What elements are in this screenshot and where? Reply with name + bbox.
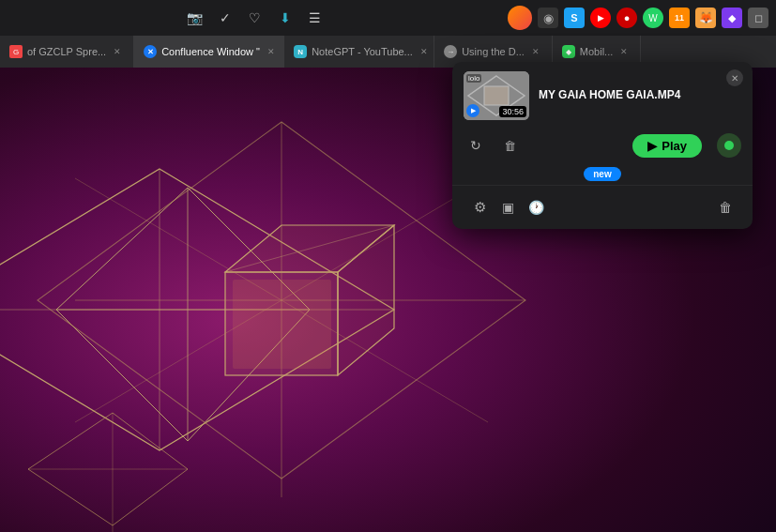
tab-confluence[interactable]: ✕ Confluence Window " ✕ [134, 36, 284, 68]
popup-title-area: MY GAIA HOME GAIA.MP4 [539, 88, 741, 103]
tab-notegpt[interactable]: N NoteGPT - YouTube... ✕ [284, 36, 434, 68]
heart-icon[interactable]: ♡ [247, 9, 264, 26]
popup-controls-row: ↻ 🗑 ▶ Play [452, 128, 753, 165]
thumbnail-label: lolo [466, 74, 481, 83]
tab-favicon-using: → [444, 45, 457, 58]
topbar: 📷 ✓ ♡ ⬇ ☰ ◉ S ▶ ● W 11 🦊 ◆ ◻ [0, 0, 776, 36]
settings-icon[interactable]: ⚙ [465, 193, 494, 221]
tab-label-gzclp: of GZCLP Spre... [27, 46, 106, 57]
tab-favicon-mobil: ◆ [562, 45, 575, 58]
tab-label-confluence: Confluence Window " [161, 46, 260, 57]
app-icon-purple[interactable]: ◆ [722, 8, 742, 28]
app-icon-whatsapp[interactable]: W [643, 8, 663, 28]
play-icon: ▶ [647, 139, 657, 153]
clock-icon[interactable]: 🕐 [522, 193, 550, 221]
new-badge: new [584, 167, 620, 181]
tab-label-using: Using the D... [462, 46, 525, 57]
app-icon-red[interactable]: ● [616, 8, 637, 28]
tab-label-notegpt: NoteGPT - YouTube... [312, 46, 413, 57]
green-status-button[interactable] [717, 133, 741, 158]
tab-close-using[interactable]: ✕ [529, 45, 542, 58]
tab-favicon-notegpt: N [294, 45, 307, 58]
popup-thumbnail: lolo ▶ 30:56 [464, 71, 529, 120]
app-icon-eleven[interactable]: 11 [669, 8, 690, 28]
tab-favicon-gzclp: G [9, 45, 23, 58]
topbar-right-icons: ◉ S ▶ ● W 11 🦊 ◆ ◻ [508, 6, 768, 30]
trash-icon[interactable]: 🗑 [711, 193, 739, 221]
tab-favicon-confluence: ✕ [144, 45, 157, 58]
tab-label-mobil: Mobil... [580, 46, 613, 57]
download-icon[interactable]: ⬇ [277, 9, 294, 26]
popup-bottom-toolbar: ⚙ ▣ 🕐 🗑 [452, 185, 753, 229]
app-icon-s[interactable]: S [564, 8, 585, 28]
tab-close-confluence[interactable]: ✕ [265, 45, 278, 58]
delete-icon[interactable]: 🗑 [497, 133, 522, 158]
tab-close-notegpt[interactable]: ✕ [418, 45, 431, 58]
thumbnail-image: lolo ▶ 30:56 [464, 71, 529, 120]
hamburger-icon[interactable]: ☰ [307, 9, 324, 26]
new-badge-area: new [452, 165, 753, 185]
popup-header: lolo ▶ 30:56 MY GAIA HOME GAIA.MP4 ✕ [452, 62, 753, 128]
app-icon-youtube[interactable]: ▶ [590, 8, 611, 28]
checkmark-icon[interactable]: ✓ [217, 9, 234, 26]
media-popup-card: lolo ▶ 30:56 MY GAIA HOME GAIA.MP4 ✕ ↻ 🗑… [452, 62, 753, 229]
app-icon-box[interactable]: ◻ [748, 8, 768, 28]
tab-gzclp[interactable]: G of GZCLP Spre... ✕ [0, 36, 134, 68]
svg-rect-22 [484, 86, 509, 105]
app-icon-fox[interactable]: 🦊 [695, 8, 716, 28]
svg-rect-19 [233, 280, 331, 369]
topbar-center-icons: 📷 ✓ ♡ ⬇ ☰ [8, 9, 502, 26]
tab-close-mobil[interactable]: ✕ [617, 45, 631, 58]
app-icon-circle[interactable]: ◉ [538, 8, 558, 28]
refresh-icon[interactable]: ↻ [464, 133, 488, 158]
thumbnail-duration: 30:56 [499, 106, 526, 117]
layout-icon[interactable]: ▣ [494, 193, 522, 221]
thumbnail-play-icon: ▶ [466, 104, 479, 117]
screenshot-icon[interactable]: 📷 [187, 9, 204, 26]
play-label: Play [662, 139, 687, 153]
green-dot-indicator [724, 141, 734, 150]
popup-title: MY GAIA HOME GAIA.MP4 [539, 88, 741, 103]
popup-close-button[interactable]: ✕ [726, 69, 743, 86]
tab-close-gzclp[interactable]: ✕ [111, 45, 124, 58]
play-button[interactable]: ▶ Play [632, 134, 702, 158]
user-avatar[interactable] [508, 6, 532, 30]
